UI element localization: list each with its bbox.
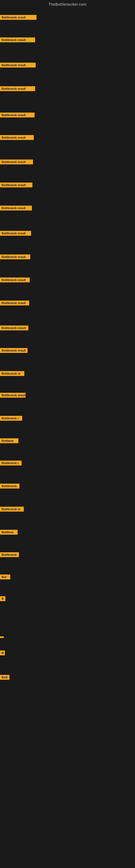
bottleneck-item-17[interactable]: Bottleneck result <box>0 393 26 399</box>
bottleneck-label-14: Bottleneck result <box>0 326 28 330</box>
bottleneck-item-7[interactable]: Bottleneck result <box>0 159 33 165</box>
bottleneck-label-24: Bottleneck <box>0 552 19 557</box>
bottleneck-label-25: Bot <box>0 575 10 579</box>
bottleneck-label-28: B <box>0 650 5 655</box>
bottleneck-label-1: Bottleneck result <box>0 15 37 20</box>
bottleneck-label-29: Bott <box>0 675 9 680</box>
bottleneck-item-21[interactable]: Bottleneck <box>0 484 19 490</box>
bottleneck-label-27 <box>0 637 4 638</box>
bottleneck-label-22: Bottleneck re <box>0 507 24 512</box>
bottleneck-item-23[interactable]: Bottlene <box>0 530 17 536</box>
bottleneck-item-2[interactable]: Bottleneck result <box>0 37 35 43</box>
bottleneck-label-9: Bottleneck result <box>0 206 32 211</box>
site-title: TheBottlenecker.com <box>0 0 135 8</box>
bottleneck-label-13: Bottleneck result <box>0 301 29 305</box>
bottleneck-label-19: Bottlene <box>0 438 18 443</box>
bottleneck-item-20[interactable]: Bottleneck r <box>0 461 21 467</box>
bottleneck-item-6[interactable]: Bottleneck result <box>0 135 34 141</box>
bottleneck-label-6: Bottleneck result <box>0 135 34 140</box>
bottleneck-item-10[interactable]: Bottleneck result <box>0 231 31 237</box>
bottleneck-item-16[interactable]: Bottleneck re <box>0 371 24 377</box>
bottleneck-item-25[interactable]: Bot <box>0 575 10 581</box>
bottleneck-item-15[interactable]: Bottleneck result <box>0 348 28 354</box>
bottleneck-label-8: Bottleneck result <box>0 183 32 187</box>
bottleneck-label-20: Bottleneck r <box>0 461 21 465</box>
bottleneck-item-27[interactable] <box>0 634 4 639</box>
bottleneck-item-18[interactable]: Bottleneck r <box>0 416 22 422</box>
bottleneck-label-5: Bottleneck result <box>0 113 35 118</box>
bottleneck-item-3[interactable]: Bottleneck result <box>0 63 36 69</box>
bottleneck-item-5[interactable]: Bottleneck result <box>0 113 35 119</box>
bottleneck-item-4[interactable]: Bottleneck result <box>0 86 35 92</box>
bottleneck-item-22[interactable]: Bottleneck re <box>0 507 24 513</box>
bottleneck-item-28[interactable]: B <box>0 650 5 656</box>
bottleneck-item-19[interactable]: Bottlene <box>0 438 18 444</box>
bottleneck-label-10: Bottleneck result <box>0 231 31 236</box>
bottleneck-label-18: Bottleneck r <box>0 416 22 421</box>
bottleneck-item-14[interactable]: Bottleneck result <box>0 326 28 332</box>
bottleneck-label-21: Bottleneck <box>0 484 19 489</box>
bottleneck-label-2: Bottleneck result <box>0 37 35 42</box>
bottleneck-label-26: B <box>0 596 5 601</box>
bottleneck-item-12[interactable]: Bottleneck result <box>0 278 30 283</box>
bottleneck-label-7: Bottleneck result <box>0 159 33 164</box>
bottleneck-label-15: Bottleneck result <box>0 348 28 353</box>
bottleneck-label-4: Bottleneck result <box>0 86 35 91</box>
bottleneck-item-11[interactable]: Bottleneck result <box>0 254 30 260</box>
bottleneck-label-17: Bottleneck result <box>0 393 26 398</box>
bottleneck-item-1[interactable]: Bottleneck result <box>0 15 37 21</box>
bottleneck-item-9[interactable]: Bottleneck result <box>0 206 32 212</box>
bottleneck-label-12: Bottleneck result <box>0 278 30 282</box>
bottleneck-label-3: Bottleneck result <box>0 63 36 67</box>
bottleneck-label-11: Bottleneck result <box>0 254 30 259</box>
bottleneck-item-24[interactable]: Bottleneck <box>0 552 19 558</box>
bottleneck-item-13[interactable]: Bottleneck result <box>0 301 29 307</box>
bottleneck-item-29[interactable]: Bott <box>0 675 9 681</box>
bottleneck-item-26[interactable]: B <box>0 596 5 602</box>
bottleneck-label-23: Bottlene <box>0 530 17 535</box>
bottleneck-label-16: Bottleneck re <box>0 371 24 376</box>
bottleneck-item-8[interactable]: Bottleneck result <box>0 183 32 188</box>
